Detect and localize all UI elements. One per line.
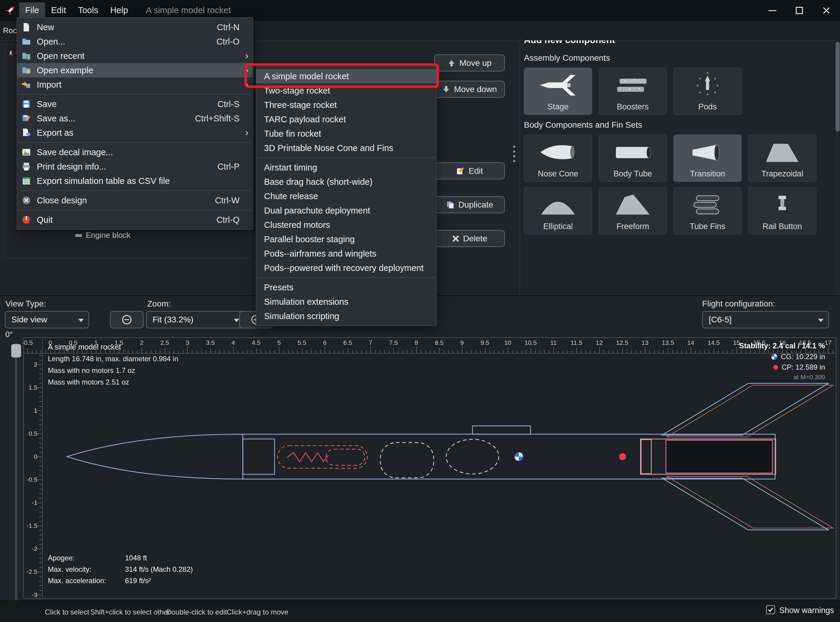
menubar-edit[interactable]: Edit	[45, 2, 72, 18]
duplicate-button[interactable]: Duplicate	[434, 196, 505, 213]
add-component-panel: Add new component Assembly Components St…	[524, 35, 825, 240]
submenu-item-three-stage[interactable]: Three-stage rocket	[256, 98, 436, 112]
show-warnings-checkbox[interactable]	[766, 605, 775, 614]
submenu-item-label: TARC payload rocket	[264, 114, 346, 124]
menu-item-open[interactable]: Open... Ctrl-O	[17, 34, 253, 49]
submenu-item-airstart-timing[interactable]: Airstart timing	[256, 160, 436, 175]
menu-item-label: Import	[37, 80, 61, 90]
component-stage-button[interactable]: Stage	[524, 67, 592, 115]
arrow-down-icon	[442, 85, 450, 94]
shock-cord[interactable]	[277, 445, 367, 468]
show-warnings-label: Show warnings	[779, 606, 834, 615]
rotation-slider-thumb[interactable]	[11, 344, 21, 358]
submenu-item-pods-powered[interactable]: Pods--powered with recovery deployment	[256, 261, 436, 275]
flight-config-label: Flight configuration:	[702, 299, 775, 309]
submenu-item-presets[interactable]: Presets	[256, 280, 436, 294]
menu-item-open-example[interactable]: Open example ›	[17, 63, 253, 78]
menu-item-quit[interactable]: Quit Ctrl-Q	[17, 213, 253, 227]
cp-marker	[619, 453, 626, 460]
component-tube-fins-button[interactable]: Tube Fins	[674, 187, 742, 235]
close-button[interactable]	[813, 0, 840, 21]
open-example-submenu: A simple model rocket Two-stage rocket T…	[256, 66, 437, 326]
rocket-figure-canvas[interactable]: -0.500.511.522.533.544.555.566.577.588.5…	[23, 337, 836, 599]
launch-lug[interactable]	[473, 426, 531, 434]
wadding[interactable]	[446, 439, 499, 474]
submenu-item-parallel-booster[interactable]: Parallel booster staging	[256, 232, 436, 246]
menu-separator	[258, 277, 435, 278]
tube-fins-icon	[674, 189, 741, 220]
submenu-arrow-icon: ›	[245, 78, 248, 90]
menu-item-export-csv[interactable]: Export simulation table as CSV file	[17, 174, 253, 188]
move-up-button[interactable]: Move up	[434, 55, 505, 72]
menubar-file[interactable]: File	[19, 2, 45, 18]
delete-x-icon	[452, 235, 460, 242]
component-boosters-button[interactable]: Boosters	[599, 67, 667, 115]
menu-item-export-as[interactable]: Export as ›	[17, 126, 253, 140]
menu-item-save[interactable]: Save Ctrl-S	[17, 97, 253, 111]
save-as-icon	[21, 113, 31, 123]
nose-cone[interactable]	[67, 434, 274, 479]
maximize-button[interactable]	[786, 0, 813, 21]
parachute[interactable]	[380, 442, 434, 478]
figure-length: Length 16.748 in, max. diameter 0.984 in	[48, 355, 178, 363]
scrollbar-thumb[interactable]	[835, 42, 840, 131]
submenu-item-pods-airframes[interactable]: Pods--airframes and winglets	[256, 246, 436, 261]
flight-config-select[interactable]: [C6-5]	[702, 311, 829, 328]
zoom-out-button[interactable]	[110, 311, 143, 328]
menu-item-save-decal[interactable]: Save decal image...	[17, 145, 253, 159]
component-freeform-button[interactable]: Freeform	[599, 187, 667, 235]
rocket-icon	[7, 50, 15, 57]
cg-text: CG: 10.229 in	[781, 352, 825, 361]
edit-button[interactable]: Edit	[434, 162, 505, 180]
window-title: A simple model rocket	[146, 5, 231, 15]
component-trapezoidal-button[interactable]: Trapezoidal	[748, 134, 816, 182]
submenu-item-3d-printable[interactable]: 3D Printable Nose Cone and Fins	[256, 141, 436, 155]
component-rail-button-button[interactable]: Rail Button	[748, 187, 816, 235]
tree-item-engine-block[interactable]: Engine block	[75, 230, 130, 240]
zoom-select[interactable]: Fit (33.2%)	[146, 311, 245, 328]
menu-item-import[interactable]: Import ›	[17, 78, 253, 92]
submenu-item-tube-fin[interactable]: Tube fin rocket	[256, 127, 436, 141]
minimize-button[interactable]	[759, 0, 786, 21]
component-label: Boosters	[599, 102, 666, 111]
rotation-slider-track[interactable]	[15, 343, 17, 609]
submenu-item-label: Pods--powered with recovery deployment	[264, 263, 424, 273]
menu-item-print-design-info[interactable]: Print design info... Ctrl-P	[17, 159, 253, 174]
cp-icon	[773, 364, 779, 370]
submenu-item-two-stage[interactable]: Two-stage rocket	[256, 84, 436, 98]
panel-splitter-handle[interactable]	[513, 143, 515, 165]
submenu-item-simulation-extensions[interactable]: Simulation extensions	[256, 294, 436, 309]
chevron-down-icon	[234, 319, 239, 322]
submenu-item-clustered-motors[interactable]: Clustered motors	[256, 218, 436, 232]
open-example-icon	[21, 65, 31, 75]
move-down-button[interactable]: Move down	[434, 81, 505, 98]
motor-mount[interactable]	[640, 439, 776, 474]
menu-item-open-recent[interactable]: Open recent ›	[17, 49, 253, 63]
submenu-item-label: 3D Printable Nose Cone and Fins	[264, 143, 393, 153]
submenu-item-label: Tube fin rocket	[264, 129, 321, 139]
submenu-item-base-drag-hack[interactable]: Base drag hack (short-wide)	[256, 175, 436, 189]
submenu-item-chute-release[interactable]: Chute release	[256, 189, 436, 203]
submenu-item-dual-parachute[interactable]: Dual parachute deployment	[256, 203, 436, 218]
view-type-select[interactable]: Side view	[5, 311, 89, 328]
menu-item-close-design[interactable]: Close design Ctrl-W	[17, 193, 253, 207]
submenu-item-simulation-scripting[interactable]: Simulation scripting	[256, 309, 436, 323]
submenu-item-label: Clustered motors	[264, 220, 330, 230]
check-icon	[767, 607, 774, 613]
menubar-tools[interactable]: Tools	[72, 2, 104, 18]
menu-item-new[interactable]: New Ctrl-N	[17, 20, 253, 34]
component-elliptical-button[interactable]: Elliptical	[524, 187, 592, 235]
submenu-arrow-icon: ›	[245, 50, 248, 61]
submenu-item-simple-model-rocket[interactable]: A simple model rocket	[256, 69, 436, 84]
menu-item-save-as[interactable]: Save as... Ctrl+Shift-S	[17, 111, 253, 126]
nose-cone-icon	[524, 137, 592, 168]
submenu-item-tarc-payload[interactable]: TARC payload rocket	[256, 112, 436, 127]
component-transition-button[interactable]: Transition	[674, 134, 742, 182]
menubar-help[interactable]: Help	[104, 2, 134, 18]
component-nose-cone-button[interactable]: Nose Cone	[524, 134, 592, 182]
component-pods-button[interactable]: Pods	[674, 67, 742, 115]
component-body-tube-button[interactable]: Body Tube	[599, 134, 667, 182]
chevron-down-icon	[78, 319, 84, 322]
delete-button[interactable]: Delete	[434, 230, 505, 247]
apogee-value: 1048 ft	[125, 554, 147, 562]
